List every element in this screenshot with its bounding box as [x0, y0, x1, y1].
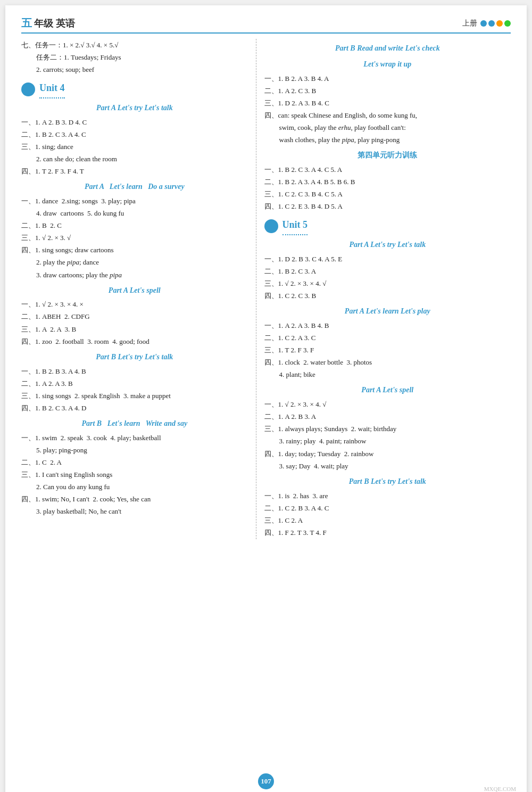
unit5-partA-learn-play-title: Part A Let's learn Let's play: [264, 305, 511, 318]
unit4-partA-learn-survey-items: 一、1. dance 2.sing; songs 3. play; pipa 4…: [21, 195, 248, 281]
list-item: 二、1. B 2. C 3. A: [264, 266, 511, 277]
list-item: 三、1. D 2. A 3. B 4. C: [264, 97, 511, 109]
list-item: 四、1. F 2. T 3. T 4. F: [264, 527, 511, 539]
list-item: 四、1. clock 2. water bottle 3. photos: [264, 357, 511, 368]
page-number: 107: [258, 773, 274, 789]
unit4-title: Unit 4: [39, 80, 65, 98]
list-item: 二、1. C 2. A: [21, 457, 248, 468]
dot-3: [496, 20, 503, 27]
unit5-title: Unit 5: [282, 217, 308, 235]
volume-label: 上册: [462, 19, 477, 28]
list-item: wash clothes, play the pipa, play ping-p…: [279, 134, 511, 146]
list-item: 三、1. T 2. F 3. F: [264, 344, 511, 356]
list-item: 3. draw cartoons; play the pipa: [36, 269, 248, 281]
list-item: 三、1. √ 2. × 3. √: [21, 232, 248, 244]
unit5-partA-spell-title: Part A Let's spell: [264, 384, 511, 397]
list-item: 二、1. A 2. B 3. A: [264, 411, 511, 423]
list-item: 一、1. D 2. B 3. C 4. A 5. E: [264, 253, 511, 265]
list-item: 三、1. √ 2. × 3. × 4. √: [264, 278, 511, 290]
list-item: 二、1. B 2. C: [21, 220, 248, 232]
unit4-partB-try-talk-items: 一、1. B 2. B 3. A 4. B 二、1. A 2. A 3. B 三…: [21, 366, 248, 414]
list-item: 三、1. A 2. A 3. B: [21, 324, 248, 335]
list-item: 一、1. swim 2. speak 3. cook 4. play; bask…: [21, 432, 248, 444]
list-item: 四、1. T 2. F 3. F 4. T: [21, 166, 248, 177]
list-item: 三、1. C 2. C 3. B 4. C 5. A: [264, 188, 511, 200]
unit4-title-row: Unit 4: [21, 80, 248, 98]
dot-4: [504, 20, 511, 27]
unit4-partA-learn-survey-title: Part A Let's learn Do a survey: [21, 180, 248, 193]
partB-read-write-check-items: 一、1. B 2. A 3. B 4. A 二、1. A 2. C 3. B 三…: [264, 73, 511, 146]
list-item: 2. Can you do any kung fu: [36, 481, 248, 493]
unit4-partB-learn-write-items: 一、1. swim 2. speak 3. cook 4. play; bask…: [21, 432, 248, 518]
unit5-partB-try-talk-title: Part B Let's try Let's talk: [264, 475, 511, 488]
unit5-partA-try-talk-items: 一、1. D 2. B 3. C 4. A 5. E 二、1. B 2. C 3…: [264, 253, 511, 302]
list-item: 四、1. day; today; Tuesday 2. rainbow: [264, 448, 511, 460]
intro-line3: 2. carrots; soup; beef: [36, 64, 248, 76]
unit4-listen-items: 一、1. B 2. C 3. A 4. C 5. A 二、1. B 2. A 3…: [264, 164, 511, 212]
unit5-title-row: Unit 5: [264, 217, 511, 235]
list-item: 4. plant; bike: [279, 369, 511, 381]
dot-1: [480, 20, 487, 27]
header-left: 五 年级 英语: [21, 16, 75, 30]
list-item: 5. play; ping-pong: [36, 444, 248, 456]
unit4-partA-spell-items: 一、1. √ 2. × 3. × 4. × 二、1. ABEH 2. CDFG …: [21, 299, 248, 347]
list-item: 一、1. dance 2.sing; songs 3. play; pipa: [21, 195, 248, 207]
list-item: 四、1. B 2. C 3. A 4. D: [21, 402, 248, 414]
list-item: 四、1. C 2. E 3. B 4. D 5. A: [264, 201, 511, 212]
page-header: 五 年级 英语 上册: [21, 16, 511, 34]
grade-label: 五: [21, 16, 32, 30]
list-item: 二、1. ABEH 2. CDFG: [21, 311, 248, 323]
list-item: 2. can she do; clean the room: [36, 153, 248, 165]
unit4-circle: [21, 82, 35, 96]
watermark: MXQE.COM: [484, 786, 516, 792]
unit4-partA-try-talk-items: 一、1. A 2. B 3. D 4. C 二、1. B 2. C 3. A 4…: [21, 117, 248, 177]
list-item: 4. draw cartoons 5. do kung fu: [36, 208, 248, 219]
list-item: 三、1. sing songs 2. speak English 3. make…: [21, 390, 248, 402]
intro-section: 七、任务一：1. × 2.√ 3.√ 4. × 5.√ 任务二：1. Tuesd…: [21, 39, 248, 76]
list-item: 一、1. A 2. B 3. D 4. C: [21, 117, 248, 128]
list-item: 二、1. B 2. C 3. A 4. C: [21, 129, 248, 141]
unit4-partB-learn-write-title: Part B Let's learn Write and say: [21, 417, 248, 430]
list-item: 一、1. B 2. A 3. B 4. A: [264, 73, 511, 85]
intro-line1: 七、任务一：1. × 2.√ 3.√ 4. × 5.√: [21, 39, 248, 51]
left-column: 七、任务一：1. × 2.√ 3.√ 4. × 5.√ 任务二：1. Tuesd…: [21, 39, 256, 539]
list-item: 3. rainy; play 4. paint; rainbow: [279, 435, 511, 447]
list-item: 3. say; Day 4. wait; play: [279, 460, 511, 472]
header-right: 上册: [462, 19, 511, 28]
dot-2: [488, 20, 495, 27]
list-item: 四、can: speak Chinese and English, do som…: [264, 110, 511, 121]
list-item: 二、1. B 2. A 3. A 4. B 5. B 6. B: [264, 176, 511, 188]
list-item: 一、1. √ 2. × 3. × 4. √: [264, 399, 511, 410]
list-item: 一、1. B 2. C 3. A 4. C 5. A: [264, 164, 511, 176]
list-item: 四、1. swim; No, I can't 2. cook; Yes, she…: [21, 493, 248, 505]
decorative-dots: [480, 20, 511, 27]
page: 五 年级 英语 上册 七、任务一：1. × 2.√ 3.√ 4. × 5.√ 任…: [5, 5, 527, 792]
list-item: 二、1. A 2. C 3. B: [264, 85, 511, 97]
list-item: 2. play the pipa; dance: [36, 257, 248, 268]
list-item: 二、1. C 2. A 3. C: [264, 332, 511, 344]
unit5-partA-try-talk-title: Part A Let's try Let's talk: [264, 238, 511, 251]
list-item: 一、1. A 2. A 3. B 4. B: [264, 320, 511, 332]
list-item: 一、1. B 2. B 3. A 4. B: [21, 366, 248, 377]
list-item: 四、1. zoo 2. football 3. room 4. good; fo…: [21, 336, 248, 348]
list-item: 一、1. is 2. has 3. are: [264, 490, 511, 502]
unit4-listen-title: 第四单元听力训练: [264, 149, 511, 162]
list-item: 3. play basketball; No, he can't: [36, 506, 248, 517]
list-item: 四、1. sing songs; draw cartoons: [21, 244, 248, 256]
list-item: 三、1. I can't sing English songs: [21, 469, 248, 481]
unit5-partA-spell-items: 一、1. √ 2. × 3. × 4. √ 二、1. A 2. B 3. A 三…: [264, 399, 511, 472]
unit4-partB-try-talk-title: Part B Let's try Let's talk: [21, 351, 248, 364]
unit5-partA-learn-play-items: 一、1. A 2. A 3. B 4. B 二、1. C 2. A 3. C 三…: [264, 320, 511, 381]
partB-read-write-check-title: Part B Read and write Let's check: [264, 42, 511, 55]
intro-line2: 任务二：1. Tuesdays; Fridays: [36, 52, 248, 63]
unit4-partA-try-talk-title: Part A Let's try Let's talk: [21, 102, 248, 114]
list-item: 三、1. C 2. A: [264, 515, 511, 526]
lets-wrap-it-up-subtitle: Let's wrap it up: [264, 58, 511, 71]
list-item: 二、1. C 2. B 3. A 4. C: [264, 502, 511, 514]
list-item: 三、1. always plays; Sundays 2. wait; birt…: [264, 423, 511, 435]
unit5-partB-try-talk-items: 一、1. is 2. has 3. are 二、1. C 2. B 3. A 4…: [264, 490, 511, 539]
right-column: Part B Read and write Let's check Let's …: [256, 39, 511, 539]
list-item: swim, cook, play the erhu, play football…: [279, 122, 511, 134]
unit4-partA-spell-title: Part A Let's spell: [21, 284, 248, 297]
list-item: 三、1. sing; dance: [21, 141, 248, 153]
